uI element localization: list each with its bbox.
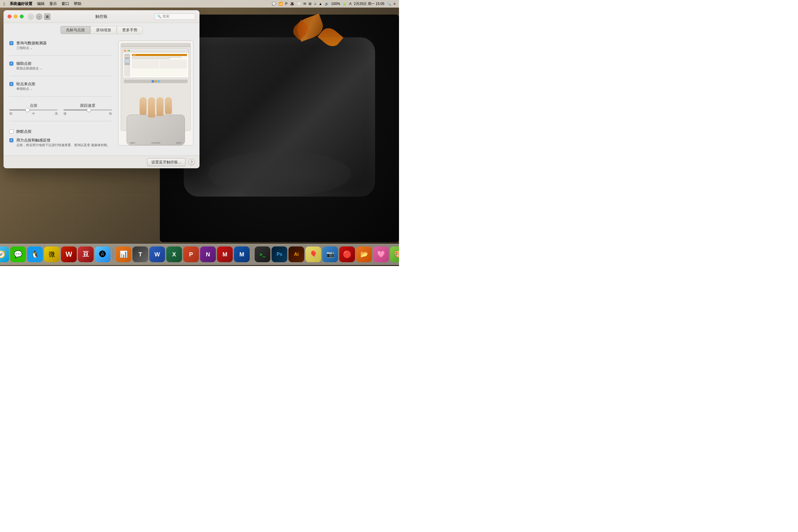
dock-icon-appstore[interactable]: 🅐 [95, 246, 111, 262]
dock-icon-mindmap[interactable]: M [217, 246, 233, 262]
menubar-right: 💬 📶 P 🎩 ☁️ ✉ ⊞ ♫ ▲ 🔊 100% 🔋 A 2月25日 周一 1… [272, 1, 396, 6]
menubar-input-icon: A [349, 2, 352, 6]
checkbox-tap[interactable] [10, 82, 14, 86]
checkbox-silent[interactable] [10, 130, 14, 134]
trackpad-option-right-label: option [176, 142, 182, 144]
minimize-button[interactable] [14, 15, 18, 18]
dock-icon-weibo[interactable]: 微 [44, 246, 60, 262]
preview-dock-icon [152, 80, 154, 82]
checkbox-haptic[interactable] [10, 138, 14, 142]
option-lookup-title: 查询与数据检测器 [16, 40, 47, 46]
tracking-slider-fill [63, 109, 90, 111]
bottom-options: 静默点按 用力点按和触感反馈 点按，然后用力地按下以进行快速查看、查询以及变 速… [10, 129, 112, 147]
menubar-window[interactable]: 窗口 [61, 1, 69, 6]
tab-more-gestures[interactable]: 更多手势 [117, 26, 143, 34]
appstore-icon: 🅐 [99, 250, 106, 259]
dock-icon-photos[interactable]: 📷 [322, 246, 338, 262]
douban-icon: 豆 [82, 250, 89, 259]
dock-icon-wechat[interactable]: 💬 [10, 246, 26, 262]
dock-icon-vectorize[interactable]: 🎈 [305, 246, 321, 262]
content-area: 查询与数据检测器 三指轻点 辅助点按 双指点按或轻点 轻点来点按 单指轻 [3, 36, 200, 163]
tracking-min-label: 慢 [63, 112, 66, 116]
dock-icon-douban[interactable]: 豆 [78, 246, 94, 262]
menubar-wechat-icon: 💬 [272, 2, 276, 6]
maximize-button[interactable] [20, 15, 24, 18]
word-icon: W [155, 251, 160, 258]
dock-icon-onenote[interactable]: N [200, 246, 216, 262]
click-slider-track[interactable] [10, 109, 58, 111]
tracking-slider-thumb[interactable] [87, 108, 91, 112]
bluetooth-trackpad-button[interactable]: 设置蓝牙触控板... [147, 158, 186, 166]
menubar-wifi-icon: P [285, 2, 288, 6]
dock-icon-excel[interactable]: X [166, 246, 182, 262]
menubar-music-icon: ♫ [314, 2, 317, 6]
dock-icon-pink-app[interactable]: 🩷 [373, 246, 389, 262]
traffic-lights [7, 15, 24, 18]
option-haptic-title: 用力点按和触感反馈 [16, 138, 110, 143]
menubar-list-icon[interactable]: ≡ [394, 2, 396, 6]
dock-icon-word[interactable]: W [149, 246, 165, 262]
preview-col-2 [160, 60, 187, 69]
sliders-section: 点按 弱 中 强 跟踪速度 [10, 103, 112, 116]
preview-text-2 [132, 58, 170, 59]
dock-icon-files[interactable]: 📂 [356, 246, 372, 262]
menubar-search-icon[interactable]: 🔍 [387, 2, 391, 6]
option-secondary-subtitle[interactable]: 双指点按或轻点 [16, 66, 42, 71]
preview-col-1 [132, 60, 159, 69]
forward-button[interactable]: › [36, 14, 42, 20]
preview-max [128, 50, 130, 51]
menubar-app-name[interactable]: 系统偏好设置 [10, 1, 32, 6]
click-max-label: 强 [55, 112, 58, 116]
dock-icon-qq[interactable]: 🐧 [27, 246, 43, 262]
dock-icon-terminal[interactable]: >_ [254, 246, 270, 262]
menubar-edit[interactable]: 编辑 [37, 1, 45, 6]
dock-icon-safari[interactable]: 🧭 [0, 246, 9, 262]
onenote-icon: N [206, 251, 210, 258]
preview-bikes-text: BIKES [132, 54, 136, 56]
red-app-icon: 🔴 [343, 250, 352, 259]
back-button[interactable]: ‹ [28, 14, 34, 20]
terminal-icon: >_ [260, 252, 265, 257]
checkbox-secondary[interactable] [10, 61, 14, 65]
dock-icon-ppt[interactable]: P [183, 246, 199, 262]
vectorize-icon: 🎈 [309, 250, 317, 258]
hand-fingers [140, 97, 172, 117]
dock-icon-illustrator[interactable]: Ai [288, 246, 304, 262]
window-title: 触控板 [95, 14, 108, 19]
checkbox-lookup[interactable] [10, 41, 14, 45]
nav-buttons: ‹ › [28, 14, 42, 20]
tab-scroll-zoom[interactable]: 滚动缩放 [90, 26, 117, 34]
tab-cursor-click[interactable]: 光标与点按 [60, 26, 90, 34]
option-lookup-subtitle[interactable]: 三指轻点 [16, 46, 47, 50]
click-slider-thumb[interactable] [25, 108, 30, 112]
trackpad-body: option command option [127, 115, 185, 145]
dock-icon-typora[interactable]: T [132, 246, 148, 262]
preview-sidebar [124, 53, 130, 77]
apple-menu[interactable]:  [3, 1, 5, 6]
window-title-bar: ‹ › ⊞ 触控板 🔍 搜索 [3, 10, 200, 23]
dock-icon-keynote[interactable]: 📊 [115, 246, 131, 262]
preview-dock [124, 80, 188, 83]
wps-icon: W [65, 250, 72, 259]
dock-icon-photoshop[interactable]: Ps [271, 246, 287, 262]
wechat-icon: 💬 [14, 250, 22, 259]
dock-icon-wps[interactable]: W [61, 246, 77, 262]
search-placeholder: 搜索 [163, 14, 169, 19]
dock-icon-red-app[interactable]: 🔴 [339, 246, 355, 262]
dock-icon-color-app[interactable]: 🎨 [390, 246, 399, 262]
close-button[interactable] [7, 15, 12, 18]
menubar-display[interactable]: 显示 [49, 1, 57, 6]
grid-button[interactable]: ⊞ [44, 14, 51, 20]
dock-icon-m3[interactable]: M [234, 246, 250, 262]
search-field[interactable]: 🔍 搜索 [155, 14, 195, 20]
menubar-activity-icon: ⊞ [309, 2, 311, 6]
tracking-slider-group: 跟踪速度 慢 快 [63, 103, 112, 116]
tracking-max-label: 快 [109, 112, 112, 116]
preview-content: BIKES [123, 53, 188, 78]
tracking-slider-track[interactable] [63, 109, 112, 111]
photos-icon: 📷 [326, 250, 334, 258]
excel-icon: X [172, 251, 176, 258]
menubar-help[interactable]: 帮助 [74, 1, 81, 6]
help-button[interactable]: ? [188, 159, 195, 165]
tab-bar: 光标与点按 滚动缩放 更多手势 [3, 23, 200, 36]
